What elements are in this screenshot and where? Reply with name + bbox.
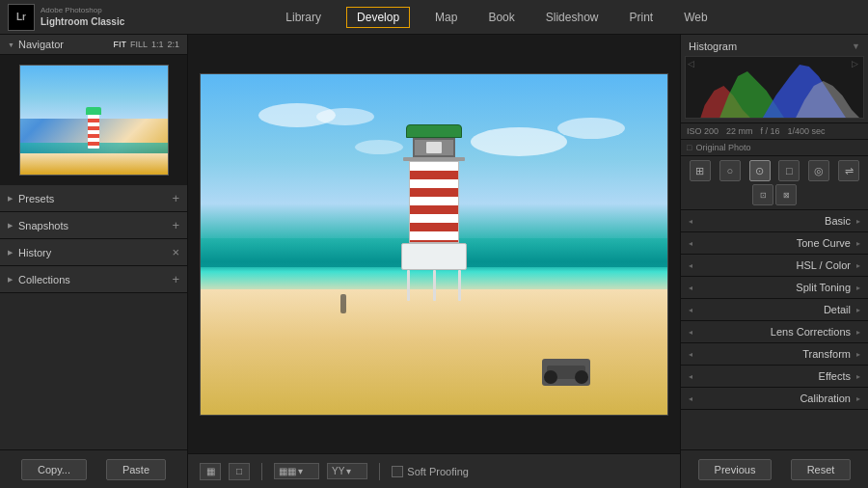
flag-dropdown[interactable]: YY ▾ bbox=[327, 463, 367, 479]
adjustment-lens-corrections[interactable]: ◂ Lens Corrections ▸ bbox=[681, 321, 868, 343]
histogram-canvas: ◁ ▷ bbox=[685, 56, 864, 119]
adjustment-effects[interactable]: ◂ Effects ▸ bbox=[681, 366, 868, 388]
original-photo-row: □ Original Photo bbox=[681, 140, 868, 156]
soft-proofing-label: Soft Proofing bbox=[407, 466, 469, 477]
collections-add-button[interactable]: + bbox=[172, 272, 179, 286]
leg-right bbox=[458, 270, 461, 301]
view-mode-dropdown[interactable]: ▦▦ ▾ bbox=[274, 463, 319, 479]
exif-aperture: f / 16 bbox=[761, 126, 780, 136]
original-photo-label: Original Photo bbox=[695, 143, 750, 152]
adjustment-detail[interactable]: ◂ Detail ▸ bbox=[681, 299, 868, 321]
history-triangle-icon: ▶ bbox=[8, 249, 13, 257]
snapshots-header[interactable]: ▶ Snapshots + bbox=[0, 212, 187, 238]
collections-label: Collections bbox=[18, 274, 70, 285]
tone-adjustment-group: ⊡ ⊠ bbox=[752, 184, 797, 205]
snapshots-section: ▶ Snapshots + bbox=[0, 212, 187, 239]
nav-slideshow[interactable]: Slideshow bbox=[540, 7, 605, 28]
adjustment-tone-curve[interactable]: ◂ Tone Curve ▸ bbox=[681, 232, 868, 255]
histogram-corner-left[interactable]: ◁ bbox=[688, 59, 697, 68]
lighthouse-structure bbox=[395, 124, 473, 301]
reset-button[interactable]: Reset bbox=[791, 459, 852, 480]
right-bottom-bar: Previous Reset bbox=[681, 449, 868, 488]
tone-curve-left-arrow: ◂ bbox=[689, 239, 698, 248]
adjustment-basic[interactable]: ◂ Basic ▸ bbox=[681, 210, 868, 232]
nav-print[interactable]: Print bbox=[623, 7, 659, 28]
tool-crop[interactable]: ⊞ bbox=[690, 160, 711, 181]
adjustment-split-toning[interactable]: ◂ Split Toning ▸ bbox=[681, 277, 868, 299]
copy-button[interactable]: Copy... bbox=[21, 459, 87, 480]
snapshots-label: Snapshots bbox=[18, 220, 68, 231]
tool-curves-left[interactable]: ⊡ bbox=[752, 184, 773, 205]
right-panel-spacer bbox=[681, 410, 868, 449]
nav-map[interactable]: Map bbox=[429, 7, 463, 28]
photo-icon: □ bbox=[687, 143, 692, 152]
nav-web[interactable]: Web bbox=[678, 7, 713, 28]
adjustment-transform[interactable]: ◂ Transform ▸ bbox=[681, 343, 868, 366]
paste-button[interactable]: Paste bbox=[106, 459, 166, 480]
soft-proofing-toggle[interactable]: Soft Proofing bbox=[392, 466, 469, 477]
lighthouse-body bbox=[409, 161, 459, 243]
tone-curve-right-arrow: ▸ bbox=[851, 239, 860, 248]
snapshots-add-button[interactable]: + bbox=[172, 218, 179, 232]
zoom-2-1-button[interactable]: 2:1 bbox=[167, 40, 179, 49]
history-label: History bbox=[18, 247, 51, 258]
lighthouse-dome bbox=[406, 124, 462, 138]
presets-add-button[interactable]: + bbox=[172, 191, 179, 205]
nav-library[interactable]: Library bbox=[280, 7, 327, 28]
detail-left-arrow: ◂ bbox=[689, 306, 698, 314]
histogram-header: Histogram ▼ bbox=[685, 39, 864, 56]
presets-label: Presets bbox=[18, 193, 54, 204]
nav-develop[interactable]: Develop bbox=[346, 7, 410, 28]
top-bar: Lr Adobe Photoshop Lightroom Classic Lib… bbox=[0, 0, 868, 35]
effects-right-arrow: ▸ bbox=[851, 372, 860, 381]
presets-section: ▶ Presets + bbox=[0, 185, 187, 212]
calibration-left-arrow: ◂ bbox=[689, 394, 698, 403]
collections-section: ▶ Collections + bbox=[0, 266, 187, 293]
tone-curve-label: Tone Curve bbox=[698, 237, 851, 249]
navigator-label: Navigator bbox=[18, 39, 64, 50]
flag-arrow-icon: ▾ bbox=[346, 466, 351, 476]
snapshots-triangle-icon: ▶ bbox=[8, 222, 13, 230]
hsl-left-arrow: ◂ bbox=[689, 261, 698, 270]
soft-proofing-checkbox[interactable] bbox=[392, 466, 403, 477]
view-loupe-button[interactable]: □ bbox=[229, 463, 250, 480]
image-area[interactable] bbox=[188, 35, 680, 453]
calibration-label: Calibration bbox=[698, 393, 851, 404]
transform-label: Transform bbox=[698, 348, 851, 360]
atv-wheel-right bbox=[575, 370, 588, 384]
adjustment-hsl-color[interactable]: ◂ HSL / Color ▸ bbox=[681, 255, 868, 277]
tool-redeye[interactable]: ⊙ bbox=[749, 160, 771, 181]
histogram-collapse-icon[interactable]: ▼ bbox=[852, 41, 860, 51]
adjustment-calibration[interactable]: ◂ Calibration ▸ bbox=[681, 388, 868, 410]
nav-menu: Library Develop Map Book Slideshow Print… bbox=[125, 7, 868, 28]
tool-radial[interactable]: ◎ bbox=[808, 160, 829, 181]
tool-graduated[interactable]: □ bbox=[778, 160, 800, 181]
history-close-button[interactable]: × bbox=[172, 245, 179, 259]
collections-header[interactable]: ▶ Collections + bbox=[0, 266, 187, 292]
tool-adjustment[interactable]: ⇌ bbox=[838, 160, 859, 181]
tool-spot[interactable]: ○ bbox=[719, 160, 741, 181]
lighthouse-light bbox=[426, 142, 442, 153]
zoom-1-1-button[interactable]: 1:1 bbox=[151, 40, 164, 49]
histogram-corner-right[interactable]: ▷ bbox=[852, 59, 861, 68]
calibration-right-arrow: ▸ bbox=[851, 394, 860, 403]
previous-button[interactable]: Previous bbox=[698, 459, 773, 480]
history-header[interactable]: ▶ History × bbox=[0, 239, 187, 265]
presets-header[interactable]: ▶ Presets + bbox=[0, 185, 187, 211]
zoom-fill-button[interactable]: FILL bbox=[130, 40, 148, 49]
nav-book[interactable]: Book bbox=[482, 7, 520, 28]
basic-label: Basic bbox=[698, 215, 851, 227]
collections-triangle-icon: ▶ bbox=[8, 276, 13, 284]
navigator-zoom-options: FIT FILL 1:1 2:1 bbox=[113, 40, 179, 49]
navigator-header[interactable]: ▼ Navigator FIT FILL 1:1 2:1 bbox=[0, 35, 187, 55]
tool-curves-right[interactable]: ⊠ bbox=[775, 184, 797, 205]
center-content: ▦ □ ▦▦ ▾ YY ▾ Soft Proofing bbox=[188, 35, 680, 488]
histogram-section: Histogram ▼ ◁ ▷ bbox=[681, 35, 868, 123]
effects-label: Effects bbox=[698, 370, 851, 382]
presets-triangle-icon: ▶ bbox=[8, 195, 13, 203]
right-panel: Histogram ▼ ◁ ▷ bbox=[680, 35, 868, 488]
view-grid-button[interactable]: ▦ bbox=[200, 463, 221, 480]
left-panel: ▼ Navigator FIT FILL 1:1 2:1 bbox=[0, 35, 188, 488]
transform-right-arrow: ▸ bbox=[851, 350, 860, 359]
zoom-fit-button[interactable]: FIT bbox=[113, 40, 126, 49]
